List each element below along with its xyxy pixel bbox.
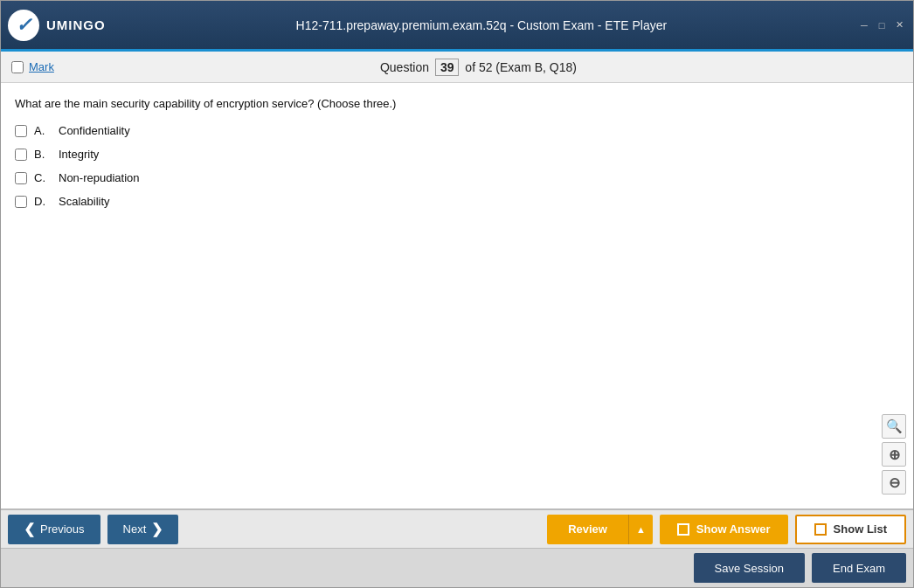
mark-label[interactable]: Mark — [29, 60, 54, 73]
mark-checkbox-label[interactable]: Mark — [11, 60, 54, 73]
save-session-button[interactable]: Save Session — [694, 553, 806, 583]
choice-letter-c: C. — [34, 171, 52, 184]
bottom-bar-2: Save Session End Exam — [1, 548, 913, 587]
choice-text-c: Non-repudiation — [59, 171, 140, 184]
choice-checkbox-a[interactable] — [15, 125, 27, 137]
window-title: H12-711.prepaway.premium.exam.52q - Cust… — [106, 18, 857, 32]
choice-letter-a: A. — [34, 124, 52, 137]
app-window: ✓ UMINGO H12-711.prepaway.premium.exam.5… — [0, 0, 914, 588]
chevron-up-icon: ▲ — [636, 524, 646, 535]
show-answer-icon — [677, 523, 689, 536]
zoom-in-icon: ⊕ — [889, 446, 900, 463]
logo-v-letter: ✓ — [16, 14, 31, 37]
close-button[interactable]: ✕ — [892, 19, 906, 31]
choice-checkbox-d[interactable] — [15, 196, 27, 208]
content-area: What are the main security capability of… — [1, 83, 913, 508]
show-list-button[interactable]: Show List — [795, 515, 906, 544]
review-dropdown-button[interactable]: ▲ — [628, 515, 653, 544]
choices-list: A. Confidentiality B. Integrity C. Non-r… — [1, 119, 913, 213]
next-label: Next — [123, 522, 147, 536]
choice-text-d: Scalability — [59, 195, 110, 208]
logo-text: UMINGO — [46, 17, 106, 32]
choice-item-a: A. Confidentiality — [15, 119, 899, 142]
logo-icon: ✓ — [8, 10, 39, 41]
previous-label: Previous — [40, 522, 85, 536]
mark-checkbox-input[interactable] — [11, 61, 24, 73]
next-button[interactable]: Next ❯ — [107, 515, 179, 544]
next-arrow-icon: ❯ — [151, 521, 163, 537]
choice-checkbox-b[interactable] — [15, 149, 27, 161]
window-controls: ─ □ ✕ — [857, 19, 906, 31]
choice-text-b: Integrity — [59, 148, 99, 161]
toolbar: Mark Question 39 of 52 (Exam B, Q18) — [1, 52, 913, 83]
question-info: Question 39 of 52 (Exam B, Q18) — [54, 59, 903, 76]
show-answer-label: Show Answer — [696, 522, 771, 536]
question-text: What are the main security capability of… — [1, 83, 913, 119]
question-number: 39 — [435, 59, 460, 76]
review-button[interactable]: Review — [547, 515, 628, 544]
restore-button[interactable]: □ — [875, 19, 889, 31]
question-label: Question — [380, 60, 429, 74]
choice-item-c: C. Non-repudiation — [15, 166, 899, 190]
end-exam-button[interactable]: End Exam — [812, 553, 906, 583]
end-exam-label: End Exam — [833, 562, 885, 575]
bottom-nav-bar: ❮ Previous Next ❯ Review ▲ Show Answer S… — [1, 508, 913, 548]
show-list-icon — [814, 523, 827, 536]
choice-checkbox-c[interactable] — [15, 172, 27, 184]
prev-arrow-icon: ❮ — [24, 521, 35, 537]
show-list-label: Show List — [834, 522, 887, 536]
title-bar: ✓ UMINGO H12-711.prepaway.premium.exam.5… — [1, 1, 913, 49]
save-session-label: Save Session — [715, 562, 785, 575]
search-button[interactable]: 🔍 — [882, 414, 906, 439]
choice-item-b: B. Integrity — [15, 142, 899, 166]
logo-area: ✓ UMINGO — [8, 10, 106, 41]
review-label: Review — [568, 522, 607, 536]
zoom-in-button[interactable]: ⊕ — [882, 442, 906, 467]
review-button-group: Review ▲ — [547, 515, 653, 544]
search-icon: 🔍 — [886, 419, 903, 434]
side-icons: 🔍 ⊕ ⊖ — [882, 414, 906, 495]
zoom-out-icon: ⊖ — [889, 474, 900, 491]
question-of: of 52 (Exam B, Q18) — [465, 60, 577, 74]
minimize-button[interactable]: ─ — [857, 19, 871, 31]
choice-item-d: D. Scalability — [15, 190, 899, 213]
choice-text-a: Confidentiality — [59, 124, 130, 137]
zoom-out-button[interactable]: ⊖ — [882, 470, 906, 495]
choice-letter-d: D. — [34, 195, 52, 208]
previous-button[interactable]: ❮ Previous — [8, 515, 100, 544]
choice-letter-b: B. — [34, 148, 52, 161]
show-answer-button[interactable]: Show Answer — [660, 515, 788, 544]
